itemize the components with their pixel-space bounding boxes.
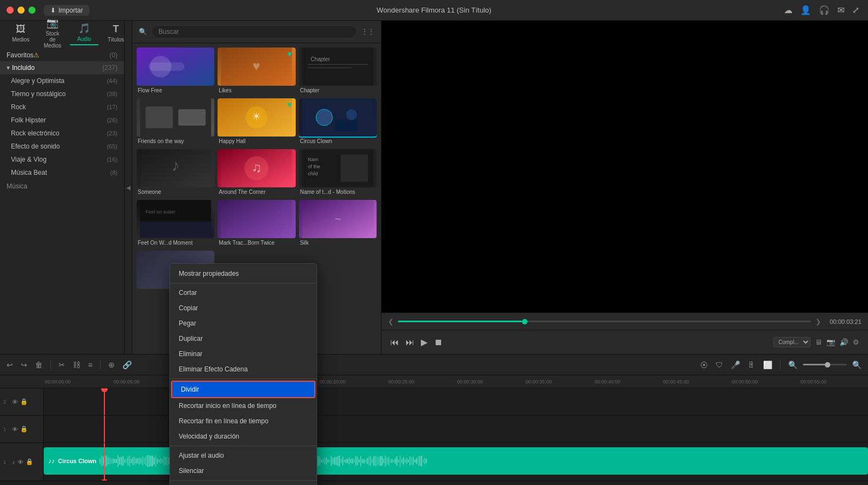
quality-select[interactable]: Compl...: [773, 337, 811, 347]
list-item[interactable]: Chapter Chapter: [299, 48, 377, 95]
svg-text:♥: ♥: [253, 58, 260, 73]
undo-button[interactable]: ↩: [4, 359, 15, 370]
ctx-recortar-inicio[interactable]: Recortar inicio en línea de tiempo: [170, 398, 316, 413]
ctx-copiar[interactable]: Copiar: [170, 300, 316, 316]
ctx-ajustar-audio[interactable]: Ajustar el audio: [170, 448, 316, 463]
eye-icon[interactable]: 👁: [12, 426, 18, 433]
sidebar-folk[interactable]: Folk Hipster (26): [0, 114, 124, 127]
list-item[interactable]: ~ Silk: [299, 200, 377, 247]
ctx-eliminar[interactable]: Eliminar: [170, 346, 316, 362]
maximize-dot[interactable]: [28, 7, 36, 14]
caption-button[interactable]: ⬜: [761, 359, 775, 370]
ruler-mark: 00:00:20:00: [319, 379, 388, 385]
audio-mix-button[interactable]: 🎚: [746, 359, 758, 370]
cloud-icon[interactable]: ☁: [784, 5, 793, 15]
sidebar-favorites[interactable]: Favoritos ⚠ (0): [0, 49, 124, 61]
zoom-slider[interactable]: [803, 364, 847, 365]
ctx-silenciar[interactable]: Silenciar: [170, 463, 316, 478]
list-item[interactable]: ♪ Someone: [137, 149, 214, 197]
sidebar-efecto[interactable]: Efecto de sonido (65): [0, 140, 124, 153]
shield-button[interactable]: 🛡: [713, 359, 725, 370]
redo-button[interactable]: ↪: [19, 359, 30, 370]
window-controls: [7, 7, 36, 14]
list-item[interactable]: Nam of the child Name of t...d - Motions: [299, 149, 377, 197]
sidebar-rock[interactable]: Rock (17): [0, 100, 124, 114]
list-item[interactable]: Feel on water Feet On W...d Moment: [137, 200, 214, 247]
sidebar-musica-beat[interactable]: Música Beat (8): [0, 166, 124, 179]
sidebar-collapse[interactable]: ◀: [125, 21, 132, 354]
import-button[interactable]: ⬇ Importar: [44, 5, 90, 16]
close-dot[interactable]: [7, 7, 14, 14]
stop-button[interactable]: ⏹: [434, 338, 443, 347]
sidebar-tierno[interactable]: Tierno y nostálgico (38): [0, 87, 124, 100]
grid-view-icon[interactable]: ⋮⋮: [361, 28, 374, 36]
ctx-velocidad[interactable]: Velocidad y duración: [170, 429, 316, 444]
sidebar-included[interactable]: ▾ Incluido (237): [0, 61, 124, 74]
lock-icon[interactable]: 🔒: [20, 425, 28, 433]
ctx-magnetismo[interactable]: ✓ Activar el magnetismo de la línea de t…: [170, 482, 316, 485]
category-count-5: (65): [107, 143, 118, 150]
mail-icon[interactable]: ✉: [837, 5, 844, 15]
list-item[interactable]: Circus Clown: [299, 98, 377, 146]
list-item[interactable]: ♥ ▼ Likes: [218, 48, 295, 95]
headphone-icon[interactable]: 🎧: [819, 5, 830, 15]
audio-clip[interactable]: ♪♪ Circus Clown: [44, 447, 868, 475]
list-item[interactable]: Friends on the way: [137, 98, 214, 146]
ctx-pegar[interactable]: Pegar: [170, 316, 316, 331]
list-button[interactable]: ≡: [86, 359, 95, 370]
ctx-recortar-fin[interactable]: Recortar fin en línea de tiempo: [170, 413, 316, 429]
sidebar-alegre[interactable]: Alegre y Optimista (44): [0, 74, 124, 87]
favorites-warning-icon: ⚠: [33, 51, 39, 59]
step-back-button[interactable]: ⏭: [406, 338, 414, 347]
settings-icon[interactable]: ⚙: [853, 338, 859, 346]
audio-icon: 🎵: [78, 22, 90, 34]
tab-medios[interactable]: 🖼 Medios: [7, 21, 35, 45]
ctx-cortar[interactable]: Cortar: [170, 285, 316, 300]
lock-icon[interactable]: 🔒: [20, 398, 28, 405]
magnet-button[interactable]: ⦿: [698, 359, 710, 370]
list-item[interactable]: ♫ Around The Corner: [218, 149, 295, 197]
preview-progress[interactable]: [398, 321, 811, 322]
svg-rect-5: [302, 48, 373, 86]
media-thumb: ♥ ▼: [218, 48, 295, 86]
zoom-in-button[interactable]: 🔍: [850, 359, 864, 370]
track-number: 1: [3, 459, 10, 465]
stock-icon: 📷: [46, 17, 58, 29]
eye-icon[interactable]: 👁: [17, 459, 24, 465]
ctx-dividir[interactable]: Dividir: [171, 381, 315, 398]
ctx-duplicar[interactable]: Duplicar: [170, 331, 316, 346]
svg-text:~: ~: [335, 213, 341, 225]
cut-button[interactable]: ✂: [56, 359, 67, 370]
add-track-button[interactable]: ⊕: [106, 359, 117, 370]
fullscreen-icon[interactable]: ⤢: [852, 5, 859, 15]
favorites-count: (0): [109, 51, 118, 59]
sidebar-music-label: Música: [0, 179, 124, 193]
audio-clip-icon: ♪♪: [48, 457, 55, 465]
list-item[interactable]: Flow Free: [137, 48, 214, 95]
svg-text:Feel on water: Feel on water: [145, 209, 175, 215]
user-icon[interactable]: 👤: [800, 5, 811, 15]
list-item[interactable]: Mark Trac...Born Twice: [218, 200, 295, 247]
mic-button[interactable]: 🎤: [729, 359, 742, 370]
link-button[interactable]: 🔗: [120, 359, 134, 370]
sidebar-rock-electr[interactable]: Rock electrónico (23): [0, 127, 124, 140]
ctx-mostrar-props[interactable]: Mostrar propiedades: [170, 266, 316, 281]
ctx-eliminar-cadena[interactable]: Eliminar Efecto Cadena: [170, 362, 316, 377]
minimize-dot[interactable]: [17, 7, 25, 14]
volume-icon[interactable]: 🔊: [840, 338, 848, 346]
media-thumb: Feel on water: [137, 200, 214, 238]
ruler-mark: 00:00:35:00: [525, 379, 594, 385]
snapshot-icon[interactable]: 📷: [826, 338, 835, 346]
ruler-mark: 00:00:45:00: [662, 379, 731, 385]
play-button[interactable]: ▶: [421, 337, 427, 347]
eye-icon[interactable]: 👁: [12, 399, 18, 405]
sidebar-viaje[interactable]: Viaje & Vlog (16): [0, 153, 124, 166]
lock-icon[interactable]: 🔒: [26, 458, 33, 465]
zoom-out-button[interactable]: 🔍: [786, 359, 800, 370]
copy-link-button[interactable]: ⛓: [71, 359, 83, 370]
delete-button[interactable]: 🗑: [33, 359, 45, 370]
search-input[interactable]: [151, 25, 357, 38]
list-item[interactable]: ☀ ▼ Happy Hall: [218, 98, 295, 146]
skip-back-button[interactable]: ⏮: [390, 338, 399, 347]
tab-audio[interactable]: 🎵 Audio: [70, 20, 98, 45]
